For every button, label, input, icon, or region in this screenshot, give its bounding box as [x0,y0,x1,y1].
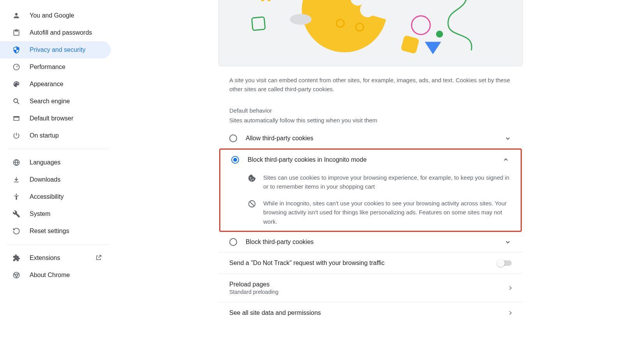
setting-do-not-track[interactable]: Send a "Do Not Track" request with your … [218,252,523,274]
sidebar-item-label: On startup [30,132,103,139]
restore-icon [12,226,21,236]
globe-icon [12,158,21,167]
chrome-icon [12,270,21,280]
toggle-off[interactable] [498,260,512,266]
sidebar-item-label: Search engine [30,98,103,105]
clipboard-icon [12,28,21,37]
accessibility-icon [12,192,21,201]
sidebar-item-label: Languages [30,159,103,166]
intro-text: A site you visit can embed content from … [218,66,523,99]
sidebar-item-reset[interactable]: Reset settings [0,223,111,240]
setting-preload-pages[interactable]: Preload pages Standard preloading [218,274,523,302]
main-content: A site you visit can embed content from … [117,0,624,364]
sidebar-item-label: You and Google [30,12,103,19]
speedometer-icon [12,62,21,72]
sidebar-item-performance[interactable]: Performance [0,58,111,76]
svg-rect-12 [401,35,420,54]
arrow-right-icon [508,311,512,315]
sidebar-item-label: Performance [30,64,103,71]
setting-title: Preload pages [229,281,508,288]
power-icon [12,131,21,140]
sidebar-item-downloads[interactable]: Downloads [0,171,111,188]
shield-icon [12,45,21,55]
sidebar-divider [8,149,109,149]
option-allow-third-party[interactable]: Allow third-party cookies [218,128,523,148]
svg-point-9 [411,16,430,35]
chevron-down-icon[interactable] [504,134,512,142]
sidebar-item-label: Autofill and passwords [30,29,103,36]
setting-site-data[interactable]: See all site data and permissions [218,302,523,323]
sidebar-item-languages[interactable]: Languages [0,154,111,171]
svg-point-1 [14,99,18,102]
sidebar-item-default-browser[interactable]: Default browser [0,110,111,127]
sidebar-item-autofill[interactable]: Autofill and passwords [0,24,111,41]
sidebar-item-privacy[interactable]: Privacy and security [0,41,111,58]
sidebar-item-you-and-google[interactable]: You and Google [0,7,111,24]
option-block-all[interactable]: Block third-party cookies [218,232,523,252]
option-block-incognito[interactable]: Block third-party cookies in Incognito m… [220,150,521,170]
external-link-icon [95,254,103,262]
radio-selected[interactable] [231,156,239,164]
cookie-icon [248,174,256,182]
sidebar-item-appearance[interactable]: Appearance [0,76,111,93]
sidebar-item-label: Extensions [30,254,95,262]
sidebar-item-accessibility[interactable]: Accessibility [0,188,111,205]
detail-text: While in Incognito, sites can't use your… [263,199,510,226]
extension-icon [12,253,21,263]
sidebar-item-about[interactable]: About Chrome [0,267,111,284]
radio-unselected[interactable] [229,134,237,142]
sidebar-item-label: Reset settings [30,228,103,235]
svg-point-10 [436,31,443,38]
sidebar-item-on-startup[interactable]: On startup [0,127,111,144]
detail-row: Sites can use cookies to improve your br… [220,170,521,196]
setting-sub: Standard preloading [229,289,508,295]
sidebar-item-system[interactable]: System [0,205,111,223]
arrow-right-icon [508,286,512,290]
svg-point-4 [16,194,17,195]
option-label: Block third-party cookies in Incognito m… [248,156,502,163]
chevron-down-icon[interactable] [504,238,512,246]
setting-title: Send a "Do Not Track" request with your … [229,260,498,267]
option-label: Block third-party cookies [246,239,504,246]
highlighted-selection: Block third-party cookies in Incognito m… [219,148,522,232]
sidebar-divider [8,244,109,245]
sidebar-item-search-engine[interactable]: Search engine [0,93,111,110]
palette-icon [12,80,21,89]
sidebar-item-label: Appearance [30,81,103,88]
sidebar-item-label: System [30,210,103,217]
detail-row: While in Incognito, sites can't use your… [220,196,521,231]
setting-title: See all site data and permissions [229,309,508,316]
sidebar-item-extensions[interactable]: Extensions [0,249,111,267]
svg-rect-2 [14,116,20,117]
default-behavior-sub: Sites automatically follow this setting … [218,115,523,128]
download-icon [12,175,21,184]
wrench-icon [12,209,21,219]
option-label: Allow third-party cookies [246,135,504,142]
detail-text: Sites can use cookies to improve your br… [263,173,510,191]
hero-illustration [218,0,523,66]
sidebar-item-label: Accessibility [30,193,103,200]
sidebar-item-label: About Chrome [30,272,103,279]
sidebar-item-label: Downloads [30,176,103,183]
chevron-up-icon[interactable] [502,156,510,164]
browser-icon [12,114,21,123]
block-icon [248,200,256,208]
settings-sidebar: You and Google Autofill and passwords Pr… [0,0,117,364]
default-behavior-title: Default behavior [218,99,523,115]
radio-unselected[interactable] [229,238,237,246]
svg-point-13 [290,14,312,25]
svg-rect-11 [252,17,265,30]
search-icon [12,97,21,106]
sidebar-item-label: Default browser [30,115,103,122]
sidebar-item-label: Privacy and security [30,46,103,53]
person-icon [12,11,21,20]
